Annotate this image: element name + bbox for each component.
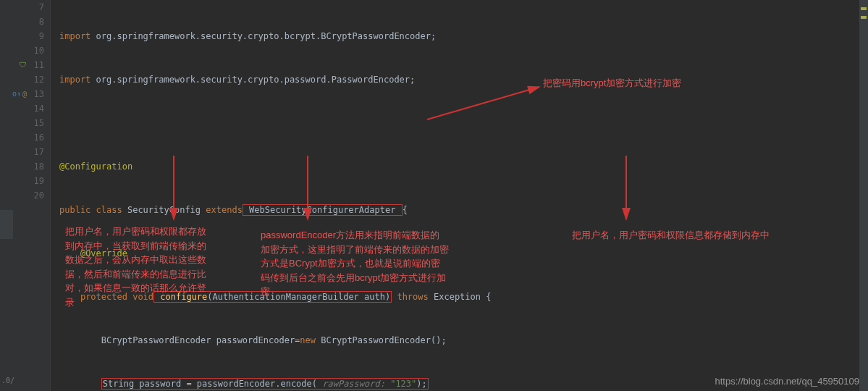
- line-number: 9: [30, 29, 44, 43]
- line-number: 16: [30, 130, 44, 145]
- scrollbar-marker: [861, 16, 867, 19]
- code-editor[interactable]: 7 8 9 10 🛡11 12 o↑@13 14 15 16 17 18 19 …: [0, 0, 868, 391]
- line-number: 18: [30, 159, 44, 174]
- annotation-text: 把用户名，用户密码和权限信息都存储到内存中: [572, 228, 770, 243]
- annotation-text: passwordEncoder方法用来指明前端数据的加密方式，这里指明了前端传来…: [261, 228, 449, 299]
- annotation-text: 把用户名，用户密码和权限都存放到内存中，当获取到前端传输来的数据之后，会从内存中…: [65, 224, 210, 309]
- code-line: import org.springframework.security.cryp…: [59, 29, 868, 43]
- code-line: import org.springframework.security.cryp…: [59, 72, 868, 87]
- code-line: public class SecurityConfig extends WebS…: [59, 203, 868, 217]
- line-number: 19: [30, 174, 44, 188]
- gutter: 7 8 9 10 🛡11 12 o↑@13 14 15 16 17 18 19 …: [0, 0, 51, 391]
- shield-icon: 🛡: [20, 58, 27, 72]
- line-number: 11: [30, 58, 44, 72]
- line-number: 7: [30, 0, 44, 14]
- line-number: 13: [30, 87, 44, 101]
- line-number: 17: [30, 145, 44, 159]
- at-icon: @: [22, 87, 27, 101]
- watermark-text: https://blog.csdn.net/qq_45950109: [715, 376, 860, 387]
- scrollbar-marker: [861, 7, 867, 10]
- line-number: 8: [30, 14, 44, 29]
- line-number: 20: [30, 188, 44, 203]
- highlight-box: WebSecurityConfigurerAdapter: [243, 204, 403, 216]
- code-line: @Configuration: [59, 159, 868, 174]
- line-number: 12: [30, 72, 44, 87]
- override-icon[interactable]: o↑: [12, 87, 21, 101]
- code-area[interactable]: import org.springframework.security.cryp…: [51, 0, 868, 391]
- line-number: 14: [30, 101, 44, 116]
- code-line: BCryptPasswordEncoder passwordEncoder=ne…: [59, 333, 868, 348]
- highlight-box: String password = passwordEncoder.encode…: [101, 378, 429, 390]
- status-text: .0/: [0, 377, 22, 391]
- line-number: 15: [30, 116, 44, 130]
- line-number: 10: [30, 43, 44, 58]
- scrollbar-vertical[interactable]: [859, 0, 868, 391]
- side-tab[interactable]: [0, 210, 13, 239]
- annotation-text: 把密码用bcrypt加密方式进行加密: [543, 76, 681, 91]
